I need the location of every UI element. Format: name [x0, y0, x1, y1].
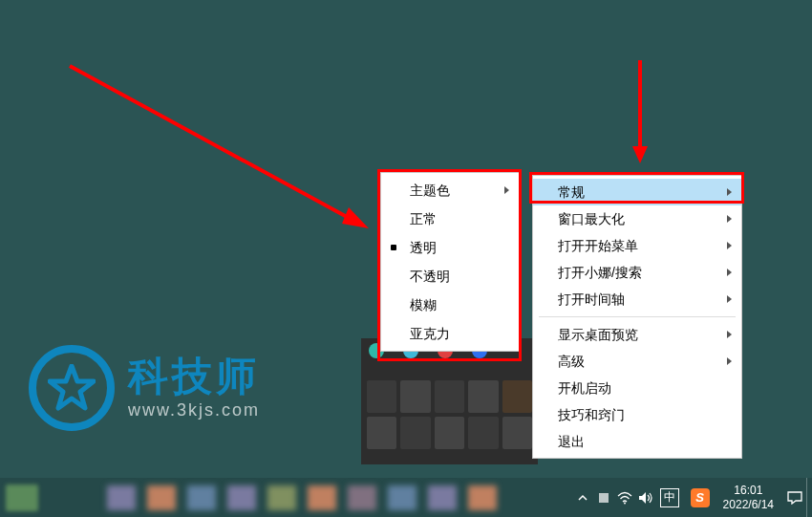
action-center-icon[interactable] [783, 478, 806, 517]
taskbar-app[interactable] [388, 485, 417, 510]
taskbar-app[interactable] [227, 485, 256, 510]
menu-item-maximize-window[interactable]: 窗口最大化 [533, 205, 741, 232]
tray-app-icon[interactable] [593, 478, 614, 517]
annotation-arrow-right [630, 60, 650, 165]
wifi-icon[interactable] [614, 478, 635, 517]
submenu-item-normal[interactable]: 正常 [381, 205, 519, 233]
logo-title: 科技师 [128, 356, 260, 397]
taskbar-app[interactable] [147, 485, 176, 510]
svg-marker-1 [342, 207, 369, 228]
submenu-item-blur[interactable]: 模糊 [381, 291, 519, 319]
taskbar-app[interactable] [428, 485, 457, 510]
clock-date: 2022/6/14 [723, 498, 774, 512]
menu-item-open-start-menu[interactable]: 打开开始菜单 [533, 232, 741, 259]
svg-point-6 [624, 502, 626, 504]
taskbar: 中 S 16:01 2022/6/14 [0, 478, 812, 517]
submenu-item-transparent[interactable]: 透明 [381, 233, 519, 262]
menu-item-exit[interactable]: 退出 [533, 428, 741, 455]
menu-separator [539, 316, 736, 317]
context-menu: 常规 窗口最大化 打开开始菜单 打开小娜/搜索 打开时间轴 显示桌面预览 高级 … [532, 175, 742, 459]
svg-marker-4 [50, 366, 94, 408]
submenu-item-acrylic[interactable]: 亚克力 [381, 319, 519, 348]
watermark-logo: 科技师 www.3kjs.com [29, 345, 260, 431]
tray-overflow-icon[interactable] [572, 478, 593, 517]
taskbar-app[interactable] [468, 485, 497, 510]
clock-time: 16:01 [723, 484, 774, 498]
taskbar-app[interactable] [107, 485, 136, 510]
taskbar-app[interactable] [267, 485, 296, 510]
taskbar-clock[interactable]: 16:01 2022/6/14 [723, 484, 774, 512]
ime-indicator[interactable]: 中 [660, 488, 679, 507]
logo-url: www.3kjs.com [128, 400, 260, 420]
taskbar-app[interactable] [348, 485, 376, 510]
menu-item-show-desktop-preview[interactable]: 显示桌面预览 [533, 321, 741, 348]
logo-circle-icon [29, 345, 115, 431]
sogou-ime-icon[interactable]: S [691, 488, 710, 507]
menu-item-general[interactable]: 常规 [533, 179, 741, 205]
start-button[interactable] [0, 478, 44, 517]
submenu-general: 主题色 正常 透明 不透明 模糊 亚克力 [380, 172, 520, 352]
menu-item-advanced[interactable]: 高级 [533, 348, 741, 375]
system-tray: 中 S 16:01 2022/6/14 [572, 478, 812, 517]
submenu-item-opaque[interactable]: 不透明 [381, 262, 519, 291]
taskbar-app[interactable] [308, 485, 336, 510]
svg-line-0 [70, 66, 359, 224]
svg-marker-3 [632, 146, 648, 163]
show-desktop-button[interactable] [806, 478, 812, 517]
volume-icon[interactable] [635, 478, 656, 517]
annotation-arrow-left [65, 61, 390, 248]
menu-item-startup[interactable]: 开机启动 [533, 375, 741, 401]
menu-item-tips[interactable]: 技巧和窍门 [533, 401, 741, 428]
submenu-item-theme-color[interactable]: 主题色 [381, 176, 519, 205]
taskbar-app[interactable] [50, 485, 96, 511]
menu-item-open-timeline[interactable]: 打开时间轴 [533, 286, 741, 312]
taskbar-app[interactable] [187, 485, 216, 510]
menu-item-open-cortana-search[interactable]: 打开小娜/搜索 [533, 259, 741, 286]
svg-rect-5 [599, 493, 609, 503]
